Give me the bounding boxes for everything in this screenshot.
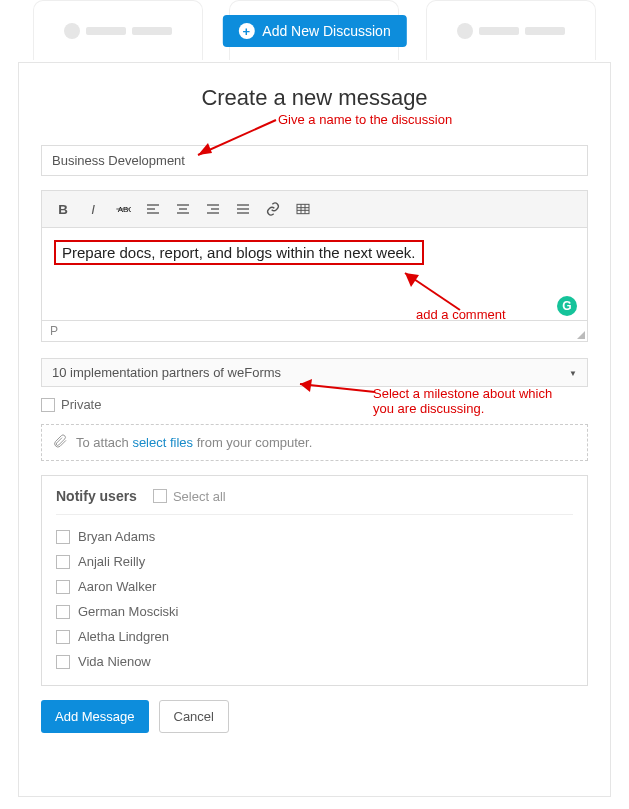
private-checkbox[interactable] xyxy=(41,398,55,412)
notify-title: Notify users xyxy=(56,488,137,504)
user-row: German Mosciski xyxy=(56,604,573,619)
user-name-label: Anjali Reilly xyxy=(78,554,145,569)
editor-status-bar: P xyxy=(42,320,587,341)
bold-button[interactable]: B xyxy=(50,197,76,221)
grammarly-icon[interactable]: G xyxy=(557,296,577,316)
table-button[interactable] xyxy=(290,197,316,221)
form-actions: Add Message Cancel xyxy=(41,700,588,733)
link-icon xyxy=(265,201,281,217)
editor-body[interactable]: Prepare docs, report, and blogs within t… xyxy=(42,228,587,320)
user-checkbox[interactable] xyxy=(56,555,70,569)
add-button-label: Add New Discussion xyxy=(262,23,390,39)
user-checkbox[interactable] xyxy=(56,530,70,544)
milestone-select[interactable]: 10 implementation partners of weForms xyxy=(41,358,588,387)
page-title: Create a new message xyxy=(41,85,588,111)
align-justify-icon xyxy=(235,201,251,217)
user-row: Vida Nienow xyxy=(56,654,573,669)
attach-prefix: To attach xyxy=(76,435,129,450)
align-right-button[interactable] xyxy=(200,197,226,221)
notify-header: Notify users Select all xyxy=(56,488,573,515)
resize-handle-icon[interactable] xyxy=(577,331,585,339)
add-message-button[interactable]: Add Message xyxy=(41,700,149,733)
user-name-label: Aletha Lindgren xyxy=(78,629,169,644)
bg-tab xyxy=(426,0,596,60)
create-message-panel: Create a new message B I ABC xyxy=(18,62,611,797)
attach-row: To attach select files from your compute… xyxy=(41,424,588,461)
align-left-button[interactable] xyxy=(140,197,166,221)
user-checkbox[interactable] xyxy=(56,655,70,669)
align-center-button[interactable] xyxy=(170,197,196,221)
cancel-button[interactable]: Cancel xyxy=(159,700,229,733)
svg-rect-14 xyxy=(297,204,309,213)
milestone-value: 10 implementation partners of weForms xyxy=(52,365,281,380)
align-center-icon xyxy=(175,201,191,217)
editor-toolbar: B I ABC xyxy=(42,191,587,228)
add-new-discussion-button[interactable]: + Add New Discussion xyxy=(222,15,406,47)
select-all-row: Select all xyxy=(153,489,226,504)
user-checkbox[interactable] xyxy=(56,605,70,619)
link-button[interactable] xyxy=(260,197,286,221)
notify-users-box: Notify users Select all Bryan AdamsAnjal… xyxy=(41,475,588,686)
user-checkbox[interactable] xyxy=(56,630,70,644)
select-all-label: Select all xyxy=(173,489,226,504)
editor-element-path: P xyxy=(50,324,58,338)
user-row: Aletha Lindgren xyxy=(56,629,573,644)
private-row: Private xyxy=(41,397,588,412)
attach-suffix: from your computer. xyxy=(197,435,313,450)
user-name-label: Vida Nienow xyxy=(78,654,151,669)
rich-text-editor: B I ABC Prepare do xyxy=(41,190,588,342)
user-row: Anjali Reilly xyxy=(56,554,573,569)
select-all-checkbox[interactable] xyxy=(153,489,167,503)
user-checkbox[interactable] xyxy=(56,580,70,594)
plus-icon: + xyxy=(238,23,254,39)
paperclip-icon xyxy=(52,433,68,452)
private-label: Private xyxy=(61,397,101,412)
user-row: Bryan Adams xyxy=(56,529,573,544)
user-row: Aaron Walker xyxy=(56,579,573,594)
editor-text-highlight: Prepare docs, report, and blogs within t… xyxy=(54,240,424,265)
user-name-label: Aaron Walker xyxy=(78,579,156,594)
user-name-label: Bryan Adams xyxy=(78,529,155,544)
strikethrough-icon: ABC xyxy=(115,201,131,217)
align-justify-button[interactable] xyxy=(230,197,256,221)
bg-tab xyxy=(33,0,203,60)
align-left-icon xyxy=(145,201,161,217)
user-name-label: German Mosciski xyxy=(78,604,178,619)
align-right-icon xyxy=(205,201,221,217)
table-icon xyxy=(295,201,311,217)
italic-button[interactable]: I xyxy=(80,197,106,221)
strikethrough-button[interactable]: ABC xyxy=(110,197,136,221)
users-list: Bryan AdamsAnjali ReillyAaron WalkerGerm… xyxy=(56,515,573,669)
subject-input[interactable] xyxy=(41,145,588,176)
select-files-link[interactable]: select files xyxy=(132,435,193,450)
